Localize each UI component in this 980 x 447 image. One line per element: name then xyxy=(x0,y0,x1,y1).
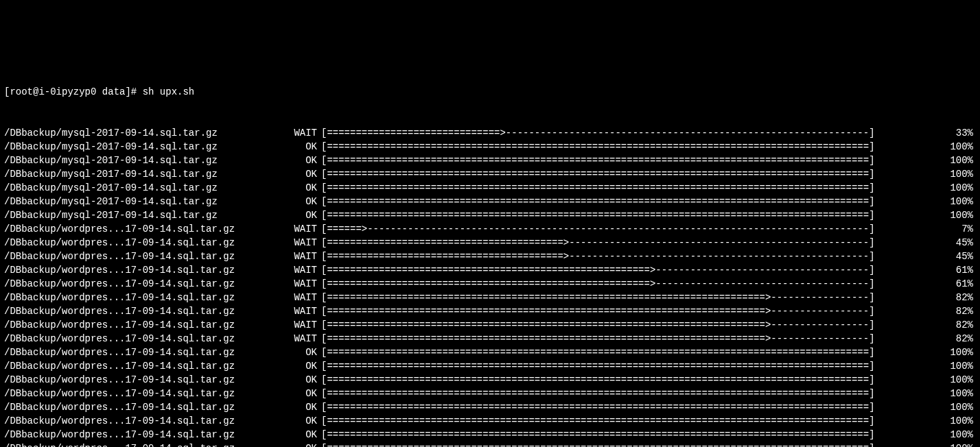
status-label: OK xyxy=(292,428,321,442)
status-label: OK xyxy=(292,140,321,154)
progress-bar: [======>--------------------------------… xyxy=(321,222,942,236)
filename: /DBbackup/wordpres...17-09-14.sql.tar.gz xyxy=(4,291,292,304)
filename: /DBbackup/wordpres...17-09-14.sql.tar.gz xyxy=(4,346,292,359)
filename: /DBbackup/wordpres...17-09-14.sql.tar.gz xyxy=(4,414,292,428)
progress-row: /DBbackup/wordpres...17-09-14.sql.tar.gz… xyxy=(4,318,976,332)
filename: /DBbackup/mysql-2017-09-14.sql.tar.gz xyxy=(4,167,292,181)
progress-row: /DBbackup/wordpres...17-09-14.sql.tar.gz… xyxy=(4,250,976,263)
filename: /DBbackup/wordpres...17-09-14.sql.tar.gz xyxy=(4,318,292,332)
status-label: OK xyxy=(292,414,321,428)
filename: /DBbackup/wordpres...17-09-14.sql.tar.gz xyxy=(4,277,292,291)
progress-percent: 100% xyxy=(942,140,976,154)
progress-row: /DBbackup/wordpres...17-09-14.sql.tar.gz… xyxy=(4,414,976,428)
filename: /DBbackup/wordpres...17-09-14.sql.tar.gz xyxy=(4,250,292,263)
progress-percent: 45% xyxy=(942,236,976,250)
progress-percent: 100% xyxy=(942,181,976,195)
status-label: WAIT xyxy=(292,304,321,318)
progress-percent: 82% xyxy=(942,318,976,332)
progress-percent: 100% xyxy=(942,167,976,181)
progress-row: /DBbackup/wordpres...17-09-14.sql.tar.gz… xyxy=(4,277,976,291)
progress-bar: [=======================================… xyxy=(321,304,942,318)
terminal-output[interactable]: [root@i-0ipyzyp0 data]# sh upx.sh /DBbac… xyxy=(4,58,976,447)
filename: /DBbackup/mysql-2017-09-14.sql.tar.gz xyxy=(4,126,292,140)
progress-row: /DBbackup/mysql-2017-09-14.sql.tar.gzOK[… xyxy=(4,181,976,195)
progress-percent: 100% xyxy=(942,442,976,447)
status-label: WAIT xyxy=(292,277,321,291)
progress-bar: [=======================================… xyxy=(321,428,942,442)
progress-row: /DBbackup/wordpres...17-09-14.sql.tar.gz… xyxy=(4,387,976,400)
status-label: WAIT xyxy=(292,222,321,236)
progress-percent: 100% xyxy=(942,359,976,373)
status-label: OK xyxy=(292,359,321,373)
status-label: OK xyxy=(292,154,321,167)
status-label: WAIT xyxy=(292,291,321,304)
filename: /DBbackup/wordpres...17-09-14.sql.tar.gz xyxy=(4,442,292,447)
command-text: sh upx.sh xyxy=(143,86,195,97)
progress-percent: 100% xyxy=(942,208,976,222)
filename: /DBbackup/wordpres...17-09-14.sql.tar.gz xyxy=(4,263,292,277)
progress-bar: [=======================================… xyxy=(321,181,942,195)
progress-row: /DBbackup/wordpres...17-09-14.sql.tar.gz… xyxy=(4,291,976,304)
progress-percent: 100% xyxy=(942,414,976,428)
progress-bar: [=======================================… xyxy=(321,291,942,304)
progress-bar: [=======================================… xyxy=(321,277,942,291)
progress-bar: [=======================================… xyxy=(321,154,942,167)
progress-bar: [=======================================… xyxy=(321,387,942,400)
progress-row: /DBbackup/wordpres...17-09-14.sql.tar.gz… xyxy=(4,346,976,359)
progress-bar: [==============================>--------… xyxy=(321,126,942,140)
progress-row: /DBbackup/mysql-2017-09-14.sql.tar.gzOK[… xyxy=(4,195,976,208)
progress-row: /DBbackup/wordpres...17-09-14.sql.tar.gz… xyxy=(4,359,976,373)
filename: /DBbackup/wordpres...17-09-14.sql.tar.gz xyxy=(4,359,292,373)
progress-bar: [=======================================… xyxy=(321,236,942,250)
status-label: OK xyxy=(292,442,321,447)
progress-row: /DBbackup/wordpres...17-09-14.sql.tar.gz… xyxy=(4,263,976,277)
progress-bar: [=======================================… xyxy=(321,373,942,387)
progress-percent: 61% xyxy=(942,277,976,291)
progress-bar: [=======================================… xyxy=(321,208,942,222)
filename: /DBbackup/wordpres...17-09-14.sql.tar.gz xyxy=(4,236,292,250)
progress-row: /DBbackup/mysql-2017-09-14.sql.tar.gzOK[… xyxy=(4,140,976,154)
status-label: OK xyxy=(292,167,321,181)
progress-bar: [=======================================… xyxy=(321,140,942,154)
progress-percent: 82% xyxy=(942,291,976,304)
progress-bar: [=======================================… xyxy=(321,414,942,428)
progress-row: /DBbackup/mysql-2017-09-14.sql.tar.gzOK[… xyxy=(4,154,976,167)
progress-row: /DBbackup/mysql-2017-09-14.sql.tar.gzOK[… xyxy=(4,167,976,181)
filename: /DBbackup/wordpres...17-09-14.sql.tar.gz xyxy=(4,428,292,442)
status-label: WAIT xyxy=(292,126,321,140)
progress-bar: [=======================================… xyxy=(321,263,942,277)
filename: /DBbackup/mysql-2017-09-14.sql.tar.gz xyxy=(4,208,292,222)
progress-percent: 100% xyxy=(942,373,976,387)
progress-percent: 100% xyxy=(942,195,976,208)
status-label: WAIT xyxy=(292,236,321,250)
progress-bar: [=======================================… xyxy=(321,359,942,373)
progress-percent: 100% xyxy=(942,346,976,359)
filename: /DBbackup/wordpres...17-09-14.sql.tar.gz xyxy=(4,304,292,318)
status-label: WAIT xyxy=(292,250,321,263)
status-label: OK xyxy=(292,195,321,208)
progress-row: /DBbackup/mysql-2017-09-14.sql.tar.gzOK[… xyxy=(4,208,976,222)
filename: /DBbackup/wordpres...17-09-14.sql.tar.gz xyxy=(4,387,292,400)
filename: /DBbackup/mysql-2017-09-14.sql.tar.gz xyxy=(4,195,292,208)
filename: /DBbackup/mysql-2017-09-14.sql.tar.gz xyxy=(4,140,292,154)
prompt-line: [root@i-0ipyzyp0 data]# sh upx.sh xyxy=(4,85,976,99)
filename: /DBbackup/mysql-2017-09-14.sql.tar.gz xyxy=(4,181,292,195)
progress-percent: 33% xyxy=(942,126,976,140)
status-label: WAIT xyxy=(292,318,321,332)
progress-percent: 7% xyxy=(942,222,976,236)
progress-percent: 61% xyxy=(942,263,976,277)
progress-row: /DBbackup/wordpres...17-09-14.sql.tar.gz… xyxy=(4,236,976,250)
progress-row: /DBbackup/wordpres...17-09-14.sql.tar.gz… xyxy=(4,332,976,346)
progress-bar: [=======================================… xyxy=(321,167,942,181)
status-label: OK xyxy=(292,400,321,414)
filename: /DBbackup/wordpres...17-09-14.sql.tar.gz xyxy=(4,332,292,346)
progress-percent: 100% xyxy=(942,154,976,167)
progress-bar: [=======================================… xyxy=(321,442,942,447)
filename: /DBbackup/wordpres...17-09-14.sql.tar.gz xyxy=(4,373,292,387)
progress-bar: [=======================================… xyxy=(321,318,942,332)
progress-row: /DBbackup/wordpres...17-09-14.sql.tar.gz… xyxy=(4,222,976,236)
filename: /DBbackup/wordpres...17-09-14.sql.tar.gz xyxy=(4,222,292,236)
status-label: WAIT xyxy=(292,332,321,346)
progress-percent: 82% xyxy=(942,332,976,346)
progress-percent: 82% xyxy=(942,304,976,318)
